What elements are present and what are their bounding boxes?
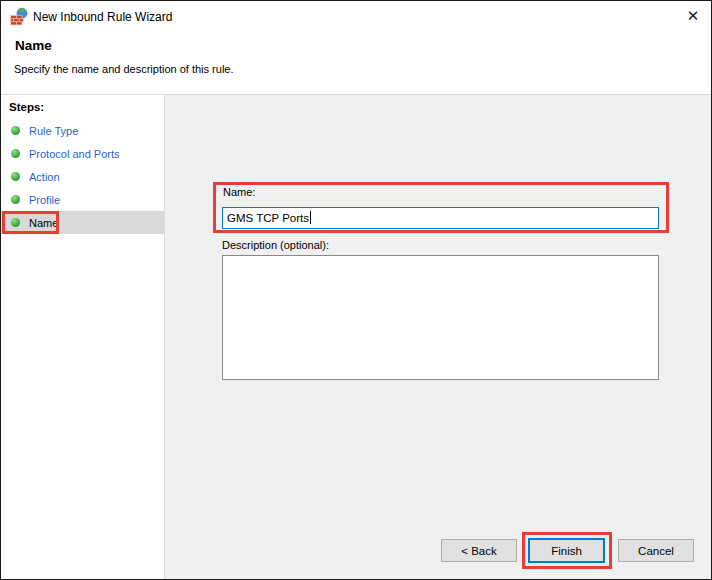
back-button[interactable]: < Back — [441, 539, 517, 562]
firewall-icon — [10, 7, 30, 27]
sidebar-item-profile[interactable]: Profile — [1, 188, 164, 211]
titlebar: New Inbound Rule Wizard ✕ — [1, 1, 711, 33]
finish-button[interactable]: Finish — [528, 538, 605, 563]
close-icon[interactable]: ✕ — [682, 5, 704, 27]
step-status-icon — [11, 195, 20, 204]
rule-name-input[interactable]: GMS TCP Ports — [222, 207, 659, 229]
step-status-icon — [11, 149, 20, 158]
sidebar-item-action[interactable]: Action — [1, 165, 164, 188]
description-label: Description (optional): — [222, 239, 329, 251]
step-label: Rule Type — [29, 125, 78, 137]
step-label: Profile — [29, 194, 60, 206]
step-status-icon — [11, 218, 20, 227]
step-label: Name — [29, 217, 58, 229]
sidebar-item-name[interactable]: Name — [1, 211, 164, 234]
rule-name-label: Name: — [223, 186, 255, 198]
sidebar-item-rule-type[interactable]: Rule Type — [1, 119, 164, 142]
page-title: Name — [15, 38, 52, 53]
sidebar-item-protocol-and-ports[interactable]: Protocol and Ports — [1, 142, 164, 165]
steps-list: Rule Type Protocol and Ports Action Prof… — [1, 119, 164, 234]
rule-name-value: GMS TCP Ports — [227, 212, 309, 224]
wizard-window: New Inbound Rule Wizard ✕ Name Specify t… — [0, 0, 712, 580]
page-subtitle: Specify the name and description of this… — [14, 63, 234, 75]
text-caret — [310, 211, 311, 224]
step-label: Protocol and Ports — [29, 148, 120, 160]
steps-sidebar: Steps: Rule Type Protocol and Ports Acti… — [1, 95, 165, 579]
step-status-icon — [11, 172, 20, 181]
description-textarea[interactable] — [222, 255, 659, 380]
window-title: New Inbound Rule Wizard — [33, 10, 172, 24]
steps-heading: Steps: — [1, 95, 164, 113]
cancel-button[interactable]: Cancel — [618, 539, 694, 562]
step-status-icon — [11, 126, 20, 135]
step-label: Action — [29, 171, 60, 183]
